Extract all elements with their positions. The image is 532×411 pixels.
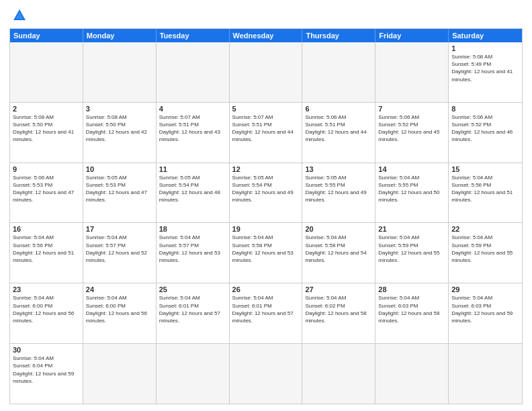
cell-info: Sunrise: 5:08 AMSunset: 5:49 PMDaylight:… [451,53,519,83]
cell-info: Sunrise: 5:08 AMSunset: 5:50 PMDaylight:… [13,113,80,144]
calendar-cell: 8Sunrise: 5:06 AMSunset: 5:52 PMDaylight… [449,103,522,163]
calendar-row-1: 2Sunrise: 5:08 AMSunset: 5:50 PMDaylight… [10,103,522,163]
day-number: 19 [232,225,300,233]
day-number: 2 [13,105,80,113]
calendar-cell [375,42,449,102]
cell-info: Sunrise: 5:07 AMSunset: 5:51 PMDaylight:… [232,113,300,144]
day-header-tuesday: Tuesday [157,29,230,42]
cell-info: Sunrise: 5:04 AMSunset: 5:57 PMDaylight:… [159,234,226,264]
calendar-cell: 12Sunrise: 5:05 AMSunset: 5:54 PMDayligh… [230,163,303,223]
calendar-cell: 18Sunrise: 5:04 AMSunset: 5:57 PMDayligh… [157,223,230,283]
day-number: 16 [13,225,80,233]
cell-info: Sunrise: 5:04 AMSunset: 6:03 PMDaylight:… [378,294,445,324]
logo-icon [12,8,27,23]
calendar-cell: 5Sunrise: 5:07 AMSunset: 5:51 PMDaylight… [230,103,303,163]
day-number: 23 [13,285,80,293]
day-number: 30 [13,346,80,354]
calendar-body: 1Sunrise: 5:08 AMSunset: 5:49 PMDaylight… [10,42,522,404]
calendar-cell: 7Sunrise: 5:06 AMSunset: 5:52 PMDaylight… [375,103,449,163]
day-number: 6 [305,105,372,113]
day-header-wednesday: Wednesday [230,29,303,42]
cell-info: Sunrise: 5:08 AMSunset: 5:50 PMDaylight:… [86,113,153,144]
calendar-cell: 21Sunrise: 5:04 AMSunset: 5:59 PMDayligh… [375,223,449,283]
calendar-cell [157,344,230,404]
day-header-saturday: Saturday [449,29,522,42]
day-header-friday: Friday [375,29,449,42]
calendar-cell: 15Sunrise: 5:04 AMSunset: 5:56 PMDayligh… [449,163,522,223]
day-number: 9 [13,165,80,173]
calendar-cell: 22Sunrise: 5:04 AMSunset: 5:59 PMDayligh… [449,223,522,283]
cell-info: Sunrise: 5:05 AMSunset: 5:54 PMDaylight:… [232,174,300,204]
header [9,8,523,23]
day-number: 22 [451,225,519,233]
day-number: 29 [451,285,519,293]
day-number: 25 [159,285,226,293]
day-number: 5 [232,105,300,113]
day-number: 18 [159,225,226,233]
cell-info: Sunrise: 5:04 AMSunset: 6:00 PMDaylight:… [13,294,80,324]
calendar-cell [10,42,83,102]
cell-info: Sunrise: 5:04 AMSunset: 5:57 PMDaylight:… [86,234,153,264]
calendar-cell: 29Sunrise: 5:04 AMSunset: 6:03 PMDayligh… [449,283,522,343]
cell-info: Sunrise: 5:04 AMSunset: 5:58 PMDaylight:… [305,234,372,264]
calendar-cell: 9Sunrise: 5:06 AMSunset: 5:53 PMDaylight… [10,163,83,223]
calendar-cell [83,42,157,102]
day-number: 20 [305,225,372,233]
day-number: 12 [232,165,300,173]
logo [9,8,28,23]
calendar-cell: 24Sunrise: 5:04 AMSunset: 6:00 PMDayligh… [83,283,157,343]
cell-info: Sunrise: 5:04 AMSunset: 6:00 PMDaylight:… [86,294,153,324]
cell-info: Sunrise: 5:04 AMSunset: 5:59 PMDaylight:… [451,234,519,264]
day-number: 27 [305,285,372,293]
day-number: 8 [451,105,519,113]
cell-info: Sunrise: 5:04 AMSunset: 5:55 PMDaylight:… [378,174,445,204]
calendar-cell: 4Sunrise: 5:07 AMSunset: 5:51 PMDaylight… [157,103,230,163]
cell-info: Sunrise: 5:05 AMSunset: 5:54 PMDaylight:… [159,174,226,204]
cell-info: Sunrise: 5:06 AMSunset: 5:51 PMDaylight:… [305,113,372,144]
calendar-row-0: 1Sunrise: 5:08 AMSunset: 5:49 PMDaylight… [10,42,522,103]
day-header-sunday: Sunday [10,29,83,42]
cell-info: Sunrise: 5:04 AMSunset: 6:04 PMDaylight:… [13,355,80,385]
day-number: 1 [451,44,519,52]
cell-info: Sunrise: 5:06 AMSunset: 5:53 PMDaylight:… [13,174,80,204]
calendar-cell: 11Sunrise: 5:05 AMSunset: 5:54 PMDayligh… [157,163,230,223]
day-number: 13 [305,165,372,173]
calendar-cell: 14Sunrise: 5:04 AMSunset: 5:55 PMDayligh… [375,163,449,223]
day-number: 21 [378,225,445,233]
cell-info: Sunrise: 5:04 AMSunset: 5:59 PMDaylight:… [378,234,445,264]
calendar-header-row: SundayMondayTuesdayWednesdayThursdayFrid… [10,29,522,42]
calendar-cell [375,344,449,404]
calendar-cell [157,42,230,102]
day-number: 3 [86,105,153,113]
cell-info: Sunrise: 5:04 AMSunset: 5:56 PMDaylight:… [451,174,519,204]
calendar-cell: 30Sunrise: 5:04 AMSunset: 6:04 PMDayligh… [10,344,83,404]
calendar-cell: 23Sunrise: 5:04 AMSunset: 6:00 PMDayligh… [10,283,83,343]
calendar-cell: 19Sunrise: 5:04 AMSunset: 5:58 PMDayligh… [230,223,303,283]
calendar-row-2: 9Sunrise: 5:06 AMSunset: 5:53 PMDaylight… [10,163,522,224]
day-number: 26 [232,285,300,293]
cell-info: Sunrise: 5:04 AMSunset: 6:01 PMDaylight:… [232,294,300,324]
day-number: 10 [86,165,153,173]
calendar-cell: 13Sunrise: 5:05 AMSunset: 5:55 PMDayligh… [302,163,375,223]
day-header-monday: Monday [83,29,157,42]
calendar-cell: 28Sunrise: 5:04 AMSunset: 6:03 PMDayligh… [375,283,449,343]
day-number: 15 [451,165,519,173]
day-number: 4 [159,105,226,113]
cell-info: Sunrise: 5:05 AMSunset: 5:55 PMDaylight:… [305,174,372,204]
cell-info: Sunrise: 5:07 AMSunset: 5:51 PMDaylight:… [159,113,226,144]
calendar-cell [449,344,522,404]
calendar-cell: 10Sunrise: 5:05 AMSunset: 5:53 PMDayligh… [83,163,157,223]
cell-info: Sunrise: 5:05 AMSunset: 5:53 PMDaylight:… [86,174,153,204]
page: SundayMondayTuesdayWednesdayThursdayFrid… [0,0,532,411]
calendar-cell: 27Sunrise: 5:04 AMSunset: 6:02 PMDayligh… [302,283,375,343]
calendar-cell: 3Sunrise: 5:08 AMSunset: 5:50 PMDaylight… [83,103,157,163]
cell-info: Sunrise: 5:04 AMSunset: 5:58 PMDaylight:… [232,234,300,264]
day-number: 7 [378,105,445,113]
cell-info: Sunrise: 5:04 AMSunset: 5:56 PMDaylight:… [13,234,80,264]
calendar-cell [230,344,303,404]
day-number: 28 [378,285,445,293]
cell-info: Sunrise: 5:04 AMSunset: 6:03 PMDaylight:… [451,294,519,324]
calendar-cell: 16Sunrise: 5:04 AMSunset: 5:56 PMDayligh… [10,223,83,283]
calendar-row-3: 16Sunrise: 5:04 AMSunset: 5:56 PMDayligh… [10,223,522,283]
calendar-cell: 25Sunrise: 5:04 AMSunset: 6:01 PMDayligh… [157,283,230,343]
